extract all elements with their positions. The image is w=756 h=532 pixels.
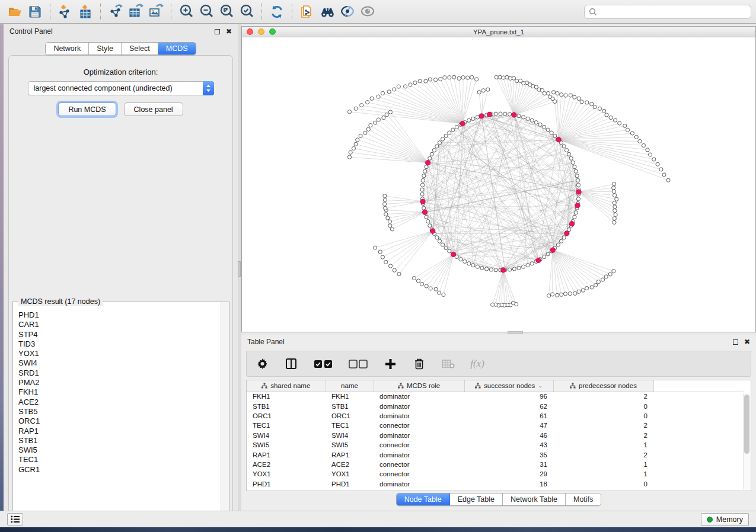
table-scrollbar-thumb[interactable]: [744, 395, 749, 454]
create-column-button[interactable]: [383, 357, 397, 371]
network-window-titlebar[interactable]: YPA_prune.txt_1: [242, 27, 755, 37]
mcds-result-item[interactable]: SWI5: [18, 446, 221, 455]
export-image-button[interactable]: [146, 2, 166, 21]
delete-columns-button[interactable]: [412, 357, 426, 371]
open-file-button[interactable]: [5, 2, 25, 21]
table-row[interactable]: ACE2ACE2connector311: [247, 460, 744, 469]
tab-select[interactable]: Select: [122, 43, 158, 55]
mcds-result-item[interactable]: SRD1: [18, 368, 221, 378]
column-header-MCDS-role[interactable]: MCDS role: [374, 380, 464, 392]
mcds-result-item[interactable]: CAR1: [18, 320, 221, 329]
mcds-result-item[interactable]: TEC1: [18, 455, 221, 464]
save-session-button[interactable]: [25, 2, 45, 21]
table-row[interactable]: SWI4SWI4dominator462: [247, 431, 744, 440]
mcds-result-item[interactable]: FKH1: [18, 387, 221, 397]
table-row[interactable]: FKH1FKH1dominator962: [247, 392, 744, 401]
splitter-handle[interactable]: [238, 261, 241, 277]
network-canvas[interactable]: [242, 37, 755, 332]
cell-shared_name: PHD1: [247, 479, 326, 489]
close-panel-icon[interactable]: ✖: [226, 28, 232, 35]
zoom-fit-button[interactable]: [216, 2, 237, 21]
birdseye-view-button[interactable]: [317, 2, 337, 21]
cell-predecessor_nodes: 1: [553, 469, 653, 479]
column-header-shared-name[interactable]: shared name: [247, 380, 326, 392]
show-graphics-details-button[interactable]: [358, 2, 378, 21]
control-panel-title: Control Panel: [9, 27, 53, 36]
select-all-rows-button[interactable]: [313, 357, 333, 371]
table-row[interactable]: ORC1ORC1dominator610: [247, 411, 744, 421]
cell-successor_nodes: 96: [464, 392, 553, 401]
cell-shared_name: FKH1: [247, 392, 326, 401]
tab-motifs[interactable]: Motifs: [566, 493, 601, 505]
tab-edge-table[interactable]: Edge Table: [450, 493, 503, 505]
tab-node-table[interactable]: Node Table: [397, 493, 450, 505]
table-row[interactable]: PHD1PHD1dominator180: [247, 479, 744, 489]
table-row[interactable]: RAP1RAP1dominator352: [247, 450, 744, 459]
zoom-selected-button[interactable]: [237, 2, 257, 21]
zoom-in-icon: [178, 4, 194, 20]
cell-name: STB1: [326, 401, 374, 411]
mcds-result-item[interactable]: RAP1: [18, 427, 221, 436]
column-label: MCDS role: [407, 382, 440, 389]
close-panel-icon[interactable]: ✖: [744, 338, 750, 345]
float-window-icon[interactable]: [215, 29, 220, 34]
tab-network[interactable]: Network: [46, 43, 89, 55]
clone-network-button[interactable]: [297, 2, 317, 21]
mcds-result-item[interactable]: STB5: [18, 407, 221, 416]
column-header-name[interactable]: name: [326, 380, 374, 392]
deselect-all-rows-button[interactable]: [348, 357, 368, 371]
function-builder-button: f(x): [470, 357, 484, 371]
mcds-result-item[interactable]: GCR1: [18, 465, 221, 475]
mcds-result-item[interactable]: YOX1: [18, 349, 221, 358]
cell-name: TEC1: [326, 421, 374, 430]
export-network-button[interactable]: [106, 2, 126, 21]
cell-predecessor_nodes: 0: [553, 411, 653, 421]
mcds-result-item[interactable]: ACE2: [18, 398, 221, 407]
mcds-result-item[interactable]: SWI4: [18, 358, 221, 368]
tab-mcds[interactable]: MCDS: [158, 43, 196, 55]
table-row[interactable]: TEC1TEC1connector472: [247, 421, 744, 430]
memory-button[interactable]: Memory: [701, 513, 749, 526]
search-icon: [589, 8, 597, 16]
zoom-in-button[interactable]: [176, 2, 196, 21]
task-history-button[interactable]: [7, 513, 23, 525]
tab-style[interactable]: Style: [89, 43, 122, 55]
mcds-result-item[interactable]: ORC1: [18, 416, 221, 426]
splitter-handle-horizontal[interactable]: [508, 331, 523, 334]
search-input[interactable]: [600, 8, 747, 16]
cell-successor_nodes: 31: [464, 460, 553, 469]
column-header-successor-nodes[interactable]: successor nodes⌄: [464, 380, 553, 392]
run-mcds-button[interactable]: Run MCDS: [58, 102, 116, 116]
mcds-result-list[interactable]: PHD1CAR1STP4TID3YOX1SWI4SRD1PMA2FKH1ACE2…: [14, 307, 221, 521]
table-row[interactable]: SWI5SWI5connector431: [247, 440, 744, 450]
mcds-result-scrollbar[interactable]: [221, 302, 229, 521]
mcds-result-item[interactable]: PHD1: [18, 310, 221, 320]
delete-table-icon: [442, 359, 455, 368]
column-header-predecessor-nodes[interactable]: predecessor nodes: [553, 380, 653, 392]
column-label: successor nodes: [484, 382, 535, 389]
mcds-result-item[interactable]: STP4: [18, 330, 221, 339]
toolbar-search[interactable]: [584, 5, 751, 19]
mcds-result-item[interactable]: STB1: [18, 436, 221, 446]
table-scrollbar[interactable]: [743, 393, 750, 489]
import-table-button[interactable]: [75, 2, 95, 21]
refresh-button[interactable]: [267, 2, 287, 21]
cell-predecessor_nodes: 2: [553, 431, 653, 440]
table-row[interactable]: STB1STB1dominator620: [247, 401, 744, 411]
mcds-result-item[interactable]: TID3: [18, 339, 221, 349]
table-row[interactable]: YOX1YOX1connector291: [247, 469, 744, 479]
mcds-result-item[interactable]: PMA2: [18, 378, 221, 387]
mcds-result-box: MCDS result (17 nodes) PHD1CAR1STP4TID3Y…: [12, 302, 229, 522]
sort-chevron-icon[interactable]: ⌄: [538, 383, 543, 389]
import-network-button[interactable]: [55, 2, 75, 21]
zoom-out-button[interactable]: [196, 2, 216, 21]
hide-graphics-details-button[interactable]: [337, 2, 358, 21]
show-columns-button[interactable]: [284, 357, 298, 371]
tab-network-table[interactable]: Network Table: [503, 493, 566, 505]
criterion-dropdown[interactable]: largest connected component (undirected): [28, 81, 214, 95]
close-panel-button[interactable]: Close panel: [124, 102, 183, 116]
export-table-button[interactable]: [126, 2, 146, 21]
node-table-container: shared namenameMCDS rolesuccessor nodes⌄…: [246, 380, 751, 491]
float-window-icon[interactable]: [733, 339, 738, 345]
table-mode-gear-button[interactable]: [255, 357, 269, 371]
